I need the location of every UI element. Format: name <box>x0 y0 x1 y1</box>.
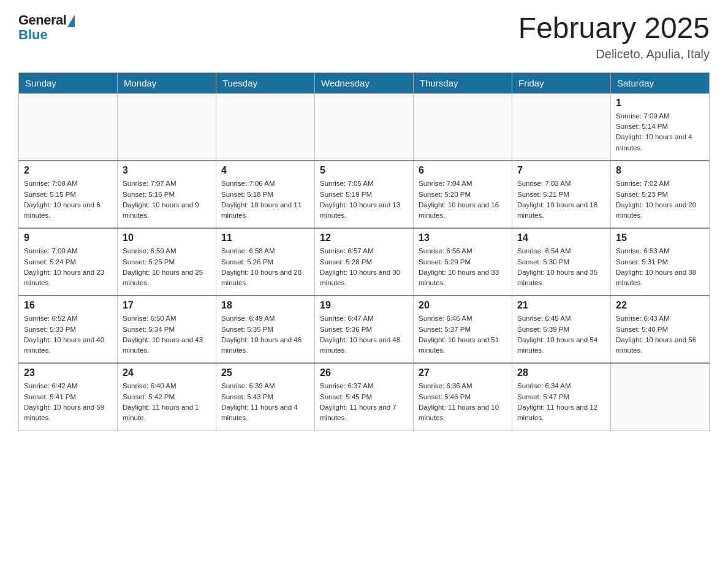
page-title: February 2025 <box>518 12 710 45</box>
calendar-cell: 22Sunrise: 6:43 AMSunset: 5:40 PMDayligh… <box>611 296 710 363</box>
day-number: 18 <box>221 300 309 311</box>
day-number: 25 <box>221 367 309 378</box>
day-number: 5 <box>320 165 408 176</box>
day-info: Sunrise: 6:46 AMSunset: 5:37 PMDaylight:… <box>419 313 507 356</box>
calendar-cell: 6Sunrise: 7:04 AMSunset: 5:20 PMDaylight… <box>414 161 512 228</box>
day-info: Sunrise: 7:08 AMSunset: 5:15 PMDaylight:… <box>24 178 112 221</box>
weekday-header-friday: Friday <box>512 72 611 93</box>
day-info: Sunrise: 6:39 AMSunset: 5:43 PMDaylight:… <box>221 381 309 423</box>
week-row-5: 23Sunrise: 6:42 AMSunset: 5:41 PMDayligh… <box>19 363 710 431</box>
calendar-cell: 8Sunrise: 7:02 AMSunset: 5:23 PMDaylight… <box>611 161 710 228</box>
day-info: Sunrise: 7:00 AMSunset: 5:24 PMDaylight:… <box>24 246 112 288</box>
page-subtitle: Deliceto, Apulia, Italy <box>518 47 710 61</box>
day-info: Sunrise: 6:45 AMSunset: 5:39 PMDaylight:… <box>517 313 605 356</box>
day-number: 3 <box>123 165 211 176</box>
calendar-cell: 18Sunrise: 6:49 AMSunset: 5:35 PMDayligh… <box>216 296 315 363</box>
calendar-cell: 13Sunrise: 6:56 AMSunset: 5:29 PMDayligh… <box>414 228 512 296</box>
calendar-cell: 20Sunrise: 6:46 AMSunset: 5:37 PMDayligh… <box>414 296 512 363</box>
calendar-cell: 28Sunrise: 6:34 AMSunset: 5:47 PMDayligh… <box>512 363 611 431</box>
logo-triangle-icon <box>67 15 75 27</box>
page-header: General Blue February 2025 Deliceto, Apu… <box>18 12 710 61</box>
day-info: Sunrise: 6:40 AMSunset: 5:42 PMDaylight:… <box>123 381 211 423</box>
weekday-header-sunday: Sunday <box>19 72 118 93</box>
calendar-cell <box>315 93 414 161</box>
calendar-cell <box>611 363 710 431</box>
day-number: 9 <box>24 232 112 243</box>
calendar-cell: 17Sunrise: 6:50 AMSunset: 5:34 PMDayligh… <box>118 296 216 363</box>
day-info: Sunrise: 7:03 AMSunset: 5:21 PMDaylight:… <box>517 178 605 221</box>
calendar-table: SundayMondayTuesdayWednesdayThursdayFrid… <box>18 72 710 431</box>
day-info: Sunrise: 6:49 AMSunset: 5:35 PMDaylight:… <box>221 313 309 356</box>
week-row-3: 9Sunrise: 7:00 AMSunset: 5:24 PMDaylight… <box>19 228 710 296</box>
calendar-cell: 10Sunrise: 6:59 AMSunset: 5:25 PMDayligh… <box>118 228 216 296</box>
day-number: 28 <box>517 367 605 378</box>
calendar-cell <box>414 93 512 161</box>
title-block: February 2025 Deliceto, Apulia, Italy <box>518 12 710 61</box>
day-info: Sunrise: 6:58 AMSunset: 5:26 PMDaylight:… <box>221 246 309 288</box>
day-number: 19 <box>320 300 408 311</box>
calendar-cell <box>118 93 216 161</box>
calendar-cell: 19Sunrise: 6:47 AMSunset: 5:36 PMDayligh… <box>315 296 414 363</box>
day-info: Sunrise: 6:52 AMSunset: 5:33 PMDaylight:… <box>24 313 112 356</box>
day-number: 22 <box>616 300 704 311</box>
day-info: Sunrise: 7:09 AMSunset: 5:14 PMDaylight:… <box>616 111 704 153</box>
weekday-header-wednesday: Wednesday <box>315 72 414 93</box>
day-info: Sunrise: 6:34 AMSunset: 5:47 PMDaylight:… <box>517 381 605 423</box>
calendar-cell: 12Sunrise: 6:57 AMSunset: 5:28 PMDayligh… <box>315 228 414 296</box>
day-info: Sunrise: 6:42 AMSunset: 5:41 PMDaylight:… <box>24 381 112 423</box>
calendar-cell <box>216 93 315 161</box>
calendar-cell: 23Sunrise: 6:42 AMSunset: 5:41 PMDayligh… <box>19 363 118 431</box>
calendar-cell: 11Sunrise: 6:58 AMSunset: 5:26 PMDayligh… <box>216 228 315 296</box>
logo: General Blue <box>18 12 75 43</box>
logo-general-text: General <box>18 12 66 28</box>
day-number: 12 <box>320 232 408 243</box>
day-number: 21 <box>517 300 605 311</box>
logo-blue-text: Blue <box>18 27 48 43</box>
calendar-cell: 27Sunrise: 6:36 AMSunset: 5:46 PMDayligh… <box>414 363 512 431</box>
day-info: Sunrise: 7:02 AMSunset: 5:23 PMDaylight:… <box>616 178 704 221</box>
day-info: Sunrise: 7:06 AMSunset: 5:18 PMDaylight:… <box>221 178 309 221</box>
day-info: Sunrise: 6:57 AMSunset: 5:28 PMDaylight:… <box>320 246 408 288</box>
day-info: Sunrise: 6:54 AMSunset: 5:30 PMDaylight:… <box>517 246 605 288</box>
weekday-header-tuesday: Tuesday <box>216 72 315 93</box>
calendar-cell: 1Sunrise: 7:09 AMSunset: 5:14 PMDaylight… <box>611 93 710 161</box>
day-info: Sunrise: 6:36 AMSunset: 5:46 PMDaylight:… <box>419 381 507 423</box>
day-info: Sunrise: 6:50 AMSunset: 5:34 PMDaylight:… <box>123 313 211 356</box>
calendar-cell: 26Sunrise: 6:37 AMSunset: 5:45 PMDayligh… <box>315 363 414 431</box>
day-info: Sunrise: 6:59 AMSunset: 5:25 PMDaylight:… <box>123 246 211 288</box>
day-number: 27 <box>419 367 507 378</box>
day-info: Sunrise: 7:04 AMSunset: 5:20 PMDaylight:… <box>419 178 507 221</box>
calendar-cell: 7Sunrise: 7:03 AMSunset: 5:21 PMDaylight… <box>512 161 611 228</box>
day-number: 15 <box>616 232 704 243</box>
calendar-cell: 5Sunrise: 7:05 AMSunset: 5:19 PMDaylight… <box>315 161 414 228</box>
day-info: Sunrise: 7:05 AMSunset: 5:19 PMDaylight:… <box>320 178 408 221</box>
day-number: 11 <box>221 232 309 243</box>
day-info: Sunrise: 6:53 AMSunset: 5:31 PMDaylight:… <box>616 246 704 288</box>
day-number: 24 <box>123 367 211 378</box>
day-info: Sunrise: 6:43 AMSunset: 5:40 PMDaylight:… <box>616 313 704 356</box>
calendar-cell: 21Sunrise: 6:45 AMSunset: 5:39 PMDayligh… <box>512 296 611 363</box>
day-number: 26 <box>320 367 408 378</box>
day-info: Sunrise: 6:37 AMSunset: 5:45 PMDaylight:… <box>320 381 408 423</box>
weekday-header-monday: Monday <box>118 72 216 93</box>
week-row-4: 16Sunrise: 6:52 AMSunset: 5:33 PMDayligh… <box>19 296 710 363</box>
calendar-cell: 25Sunrise: 6:39 AMSunset: 5:43 PMDayligh… <box>216 363 315 431</box>
day-number: 7 <box>517 165 605 176</box>
day-info: Sunrise: 6:47 AMSunset: 5:36 PMDaylight:… <box>320 313 408 356</box>
day-number: 14 <box>517 232 605 243</box>
day-number: 6 <box>419 165 507 176</box>
day-info: Sunrise: 7:07 AMSunset: 5:16 PMDaylight:… <box>123 178 211 221</box>
weekday-header-row: SundayMondayTuesdayWednesdayThursdayFrid… <box>19 72 710 93</box>
week-row-1: 1Sunrise: 7:09 AMSunset: 5:14 PMDaylight… <box>19 93 710 161</box>
day-info: Sunrise: 6:56 AMSunset: 5:29 PMDaylight:… <box>419 246 507 288</box>
weekday-header-thursday: Thursday <box>414 72 512 93</box>
day-number: 13 <box>419 232 507 243</box>
calendar-cell: 15Sunrise: 6:53 AMSunset: 5:31 PMDayligh… <box>611 228 710 296</box>
calendar-cell: 14Sunrise: 6:54 AMSunset: 5:30 PMDayligh… <box>512 228 611 296</box>
calendar-cell <box>512 93 611 161</box>
day-number: 16 <box>24 300 112 311</box>
day-number: 1 <box>616 98 704 109</box>
day-number: 10 <box>123 232 211 243</box>
calendar-cell: 2Sunrise: 7:08 AMSunset: 5:15 PMDaylight… <box>19 161 118 228</box>
calendar-cell: 24Sunrise: 6:40 AMSunset: 5:42 PMDayligh… <box>118 363 216 431</box>
